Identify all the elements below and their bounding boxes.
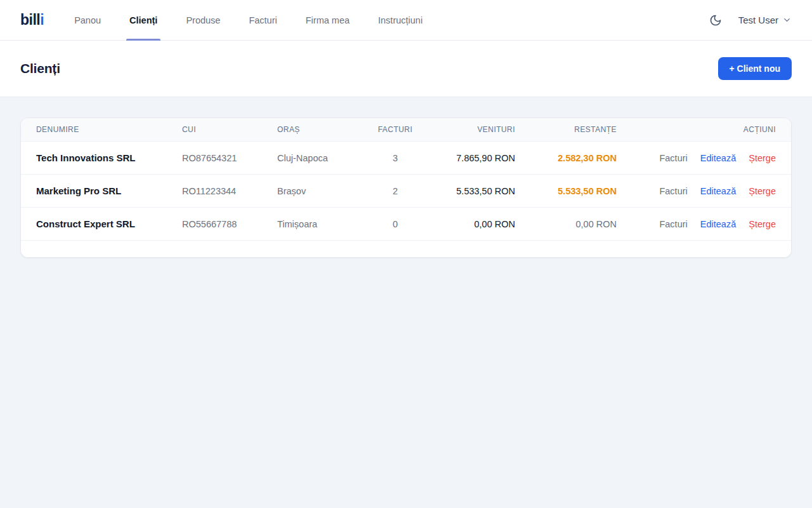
client-cui: RO55667788 (172, 208, 267, 241)
brand-logo-primary: bill (20, 11, 40, 28)
new-client-button[interactable]: + Client nou (718, 57, 792, 80)
page-header: Clienți + Client nou (0, 41, 812, 97)
row-action-facturi[interactable]: Facturi (659, 186, 687, 196)
client-revenue: 7.865,90 RON (427, 142, 525, 175)
column-header-denumire: DENUMIRE (21, 118, 172, 142)
client-cui: RO87654321 (172, 142, 267, 175)
table-row: Tech Innovations SRL RO87654321 Cluj-Nap… (21, 142, 791, 175)
brand-logo-accent: i (40, 11, 44, 28)
row-actions: Facturi Editează Șterge (627, 142, 791, 175)
row-action-sterge[interactable]: Șterge (749, 153, 776, 163)
row-action-editeaza[interactable]: Editează (700, 219, 736, 229)
chevron-down-icon (782, 15, 792, 25)
clients-table-card: DENUMIRE CUI ORAȘ FACTURI VENITURI RESTA… (20, 117, 792, 258)
column-header-facturi: FACTURI (363, 118, 427, 142)
row-actions: Facturi Editează Șterge (627, 175, 791, 208)
nav-item-facturi[interactable]: Facturi (247, 0, 278, 41)
client-invoice-count: 2 (363, 175, 427, 208)
moon-icon (709, 14, 722, 27)
table-row: Construct Expert SRL RO55667788 Timișoar… (21, 208, 791, 241)
main-content: DENUMIRE CUI ORAȘ FACTURI VENITURI RESTA… (0, 97, 812, 278)
client-outstanding: 0,00 RON (525, 208, 627, 241)
client-city: Timișoara (267, 208, 363, 241)
column-header-venituri: VENITURI (427, 118, 525, 142)
client-name: Tech Innovations SRL (21, 142, 172, 175)
row-action-editeaza[interactable]: Editează (700, 186, 736, 196)
row-actions: Facturi Editează Șterge (627, 208, 791, 241)
column-header-cui: CUI (172, 118, 267, 142)
nav-item-firma-mea[interactable]: Firma mea (304, 0, 351, 41)
client-name: Construct Expert SRL (21, 208, 172, 241)
top-navigation: billi Panou Clienți Produse Facturi Firm… (0, 0, 812, 41)
client-invoice-count: 0 (363, 208, 427, 241)
row-action-sterge[interactable]: Șterge (749, 186, 776, 196)
client-outstanding: 2.582,30 RON (525, 142, 627, 175)
client-invoice-count: 3 (363, 142, 427, 175)
client-revenue: 5.533,50 RON (427, 175, 525, 208)
nav-item-instructiuni[interactable]: Instrucțiuni (377, 0, 424, 41)
user-name: Test User (738, 15, 778, 25)
table-header-row: DENUMIRE CUI ORAȘ FACTURI VENITURI RESTA… (21, 118, 791, 142)
column-header-restante: RESTANȚE (525, 118, 627, 142)
dark-mode-toggle[interactable] (707, 11, 724, 29)
nav-item-clienti[interactable]: Clienți (128, 0, 159, 41)
client-name: Marketing Pro SRL (21, 175, 172, 208)
row-action-facturi[interactable]: Facturi (659, 153, 687, 163)
client-city: Cluj-Napoca (267, 142, 363, 175)
main-nav: Panou Clienți Produse Facturi Firma mea … (73, 0, 424, 41)
table-row: Marketing Pro SRL RO11223344 Brașov 2 5.… (21, 175, 791, 208)
user-menu[interactable]: Test User (738, 15, 792, 25)
row-action-facturi[interactable]: Facturi (659, 219, 687, 229)
client-revenue: 0,00 RON (427, 208, 525, 241)
nav-item-produse[interactable]: Produse (185, 0, 221, 41)
nav-item-panou[interactable]: Panou (73, 0, 102, 41)
column-header-oras: ORAȘ (267, 118, 363, 142)
row-action-sterge[interactable]: Șterge (749, 219, 776, 229)
row-action-editeaza[interactable]: Editează (700, 153, 736, 163)
nav-right-section: Test User (707, 11, 792, 29)
client-city: Brașov (267, 175, 363, 208)
column-header-actiuni: ACȚIUNI (627, 118, 791, 142)
client-outstanding: 5.533,50 RON (525, 175, 627, 208)
clients-table: DENUMIRE CUI ORAȘ FACTURI VENITURI RESTA… (21, 118, 791, 240)
client-cui: RO11223344 (172, 175, 267, 208)
brand-logo[interactable]: billi (20, 11, 44, 29)
page-title: Clienți (20, 61, 60, 76)
table-footer-spacer (21, 240, 791, 257)
